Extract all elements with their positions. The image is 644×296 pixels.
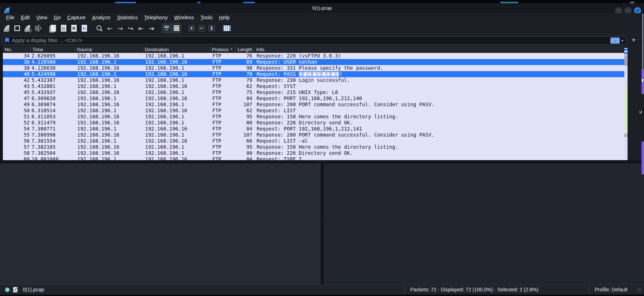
display-filter-field[interactable]: → ▾ (2, 36, 626, 45)
menu-file[interactable]: File (3, 13, 18, 22)
menu-telephony[interactable]: Telephony (141, 13, 171, 22)
column-header-destination[interactable]: Destination (143, 46, 210, 53)
packet-row-47[interactable]: 476.309628192.168.196.1192.168.196.16FTP… (3, 95, 624, 102)
zoom-in-icon[interactable]: + (188, 25, 195, 31)
packet-length: 84 (236, 156, 254, 160)
packet-source: 192.168.196.16 (75, 120, 143, 126)
column-header-source[interactable]: Source (75, 46, 143, 53)
packet-row-60[interactable]: 6010.001088192.168.196.1192.168.196.16FT… (3, 156, 624, 160)
column-header-length[interactable]: Length (236, 46, 254, 53)
find-packet-icon[interactable] (95, 24, 104, 33)
add-filter-button[interactable]: + (629, 35, 638, 45)
auto-scroll-toggle-icon[interactable] (162, 24, 171, 33)
packet-row-38[interactable]: 384.126630192.168.196.16192.168.196.1FTP… (3, 65, 624, 71)
menu-statistics[interactable]: Statistics (114, 13, 141, 22)
packet-row-42[interactable]: 425.432387192.168.196.16192.168.196.1FTP… (3, 77, 624, 83)
capture-start-icon[interactable] (2, 24, 11, 33)
resize-grip[interactable] (637, 288, 641, 292)
open-file-icon[interactable] (48, 24, 58, 33)
packet-source: 192.168.196.1 (75, 83, 143, 89)
packet-row-54[interactable]: 547.380771192.168.196.1192.168.196.16FTP… (3, 126, 624, 132)
menu-help[interactable]: Help (216, 13, 233, 22)
packet-time: 4.126630 (31, 65, 75, 71)
packet-row-56[interactable]: 567.381554192.168.196.1192.168.196.16FTP… (3, 138, 624, 144)
statusbar-profile[interactable]: Profile: Default (589, 286, 628, 293)
packet-row-52[interactable]: 526.311479192.168.196.16192.168.196.1FTP… (3, 120, 624, 126)
packet-time: 7.381554 (31, 138, 75, 144)
colorize-toggle-icon[interactable] (172, 24, 181, 33)
menu-wireless[interactable]: Wireless (171, 13, 197, 22)
packet-list-scrollbar[interactable] (624, 48, 628, 160)
packet-row-34[interactable]: 342.626895192.168.196.16192.168.196.1FTP… (3, 53, 624, 59)
packet-row-50[interactable]: 506.310514192.168.196.1192.168.196.16FTP… (3, 108, 624, 114)
column-header-time[interactable]: Time (31, 46, 75, 53)
main-toolbar: ←→↪⇤⇥+−1 (0, 22, 644, 34)
packet-protocol: FTP (210, 132, 236, 138)
go-to-packet-icon[interactable]: ↪ (126, 24, 135, 33)
display-filter-input[interactable] (12, 38, 610, 43)
packet-row-45[interactable]: 455.432937192.168.196.16192.168.196.1FTP… (3, 89, 624, 95)
packet-row-40[interactable]: 405.424998192.168.196.1192.168.196.16FTP… (3, 71, 624, 77)
toolbar-separator (157, 28, 161, 29)
menu-analyze[interactable]: Analyze (89, 13, 114, 22)
packet-row-51[interactable]: 516.311053192.168.196.16192.168.196.1FTP… (3, 114, 624, 120)
packet-row-49[interactable]: 496.309874192.168.196.16192.168.196.1FTP… (3, 102, 624, 108)
toolbar-separator (90, 28, 94, 29)
menu-go[interactable]: Go (51, 13, 64, 22)
scrollbar-minimap-green (624, 87, 628, 133)
capture-restart-icon[interactable] (23, 24, 32, 33)
close-file-icon[interactable] (69, 24, 79, 33)
column-header-no[interactable]: No. (3, 46, 31, 53)
packet-row-58[interactable]: 587.382504192.168.196.16192.168.196.1FTP… (3, 150, 624, 156)
go-last-packet-icon[interactable]: ⇥ (147, 24, 156, 33)
scrollbar-thumb[interactable] (624, 55, 628, 66)
menu-capture[interactable]: Capture (64, 13, 89, 22)
packet-info: Response: 200 PORT command successful. C… (254, 132, 624, 138)
packet-row-55[interactable]: 557.380998192.168.196.16192.168.196.1FTP… (3, 132, 624, 138)
packet-row-57[interactable]: 577.382165192.168.196.16192.168.196.1FTP… (3, 144, 624, 150)
packet-destination: 192.168.196.1 (143, 65, 210, 71)
go-back-icon[interactable]: ← (105, 24, 115, 33)
zoom-normal-icon[interactable]: 1 (208, 25, 215, 31)
filter-dropdown-caret-icon[interactable]: ▾ (621, 39, 623, 43)
bookmark-icon[interactable] (5, 38, 9, 43)
go-first-packet-icon[interactable]: ⇤ (136, 24, 146, 33)
title-bar: 0(1).pcap × (0, 3, 644, 13)
reload-file-icon[interactable] (79, 24, 89, 33)
packet-row-36[interactable]: 364.126500192.168.196.1192.168.196.16FTP… (3, 59, 624, 65)
packet-protocol: FTP (210, 89, 236, 95)
packet-no: 52 (3, 120, 31, 126)
go-forward-icon[interactable]: → (115, 24, 125, 33)
column-header-protoco[interactable]: Protoco▾ (210, 46, 236, 53)
capture-options-icon[interactable] (33, 24, 43, 33)
packet-no: 58 (3, 150, 31, 156)
packet-protocol: FTP (210, 108, 236, 114)
expert-info-icon[interactable] (5, 287, 10, 292)
packet-no: 55 (3, 132, 31, 138)
column-header-info[interactable]: Info (254, 46, 624, 53)
packet-length: 84 (236, 95, 254, 102)
packet-row-43[interactable]: 435.432801192.168.196.1192.168.196.16FTP… (3, 83, 624, 89)
capture-stop-icon[interactable] (12, 24, 22, 33)
menu-view[interactable]: View (33, 13, 50, 22)
packet-destination: 192.168.196.1 (143, 77, 210, 83)
capture-comment-icon[interactable] (13, 287, 18, 292)
packet-length: 107 (236, 102, 254, 108)
packet-source: 192.168.196.1 (75, 126, 143, 132)
zoom-out-icon[interactable]: − (198, 25, 205, 31)
packet-time: 6.309628 (31, 95, 75, 102)
packet-source: 192.168.196.16 (75, 89, 143, 95)
packet-list-header: No.TimeSourceDestinationProtoco▾LengthIn… (3, 46, 624, 53)
packet-no: 50 (3, 108, 31, 114)
save-file-icon[interactable] (59, 24, 68, 33)
menu-tools[interactable]: Tools (197, 13, 216, 22)
resize-columns-icon[interactable] (222, 24, 232, 33)
splitter-handle-icon[interactable]: ⋯ (317, 160, 320, 163)
apply-filter-button[interactable]: → (610, 38, 620, 44)
menu-edit[interactable]: Edit (18, 13, 33, 22)
packet-time: 7.380998 (31, 132, 75, 138)
horizontal-splitter[interactable]: ⋯ (0, 160, 644, 163)
packet-source: 192.168.196.1 (75, 95, 143, 102)
vertical-splitter[interactable]: ⋮ (321, 163, 324, 285)
background-window-sliver (642, 79, 643, 82)
